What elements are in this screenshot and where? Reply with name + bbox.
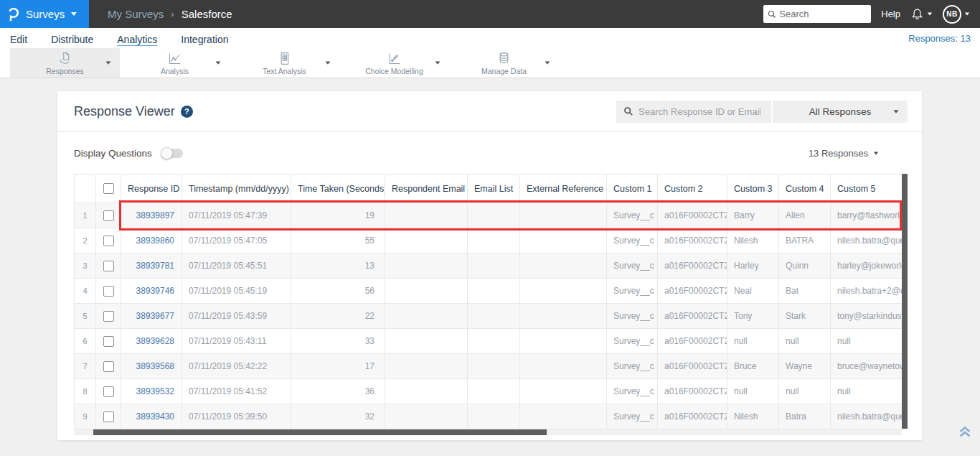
- tab-analytics[interactable]: Analytics: [117, 32, 157, 45]
- tab-edit[interactable]: Edit: [10, 32, 27, 45]
- toolbar-item-manage-data[interactable]: Manage Data: [449, 48, 559, 78]
- column-header[interactable]: External Reference: [520, 175, 607, 203]
- card-header: Response Viewer ? All Responses: [57, 91, 922, 132]
- row-number: 4: [75, 279, 96, 304]
- time-taken-cell: 33: [291, 329, 385, 354]
- row-checkbox[interactable]: [103, 361, 114, 372]
- response-id-cell[interactable]: 38939677: [121, 304, 182, 329]
- external-reference-cell: [520, 354, 607, 379]
- filter-label: All Responses: [809, 106, 871, 117]
- toolbar-item-label: Text Analysis: [263, 67, 306, 75]
- select-all-checkbox[interactable]: [103, 183, 114, 194]
- custom5-cell: null: [831, 379, 903, 404]
- toolbar-item-label: Manage Data: [481, 67, 527, 75]
- response-id-cell[interactable]: 38939568: [121, 354, 182, 379]
- row-checkbox[interactable]: [103, 336, 114, 347]
- custom4-cell: null: [779, 379, 831, 404]
- help-icon[interactable]: ?: [181, 106, 193, 118]
- notifications-menu[interactable]: [910, 7, 933, 21]
- column-header[interactable]: Email List: [468, 175, 520, 203]
- response-id-cell[interactable]: 38939746: [121, 279, 182, 304]
- row-checkbox[interactable]: [103, 311, 114, 322]
- toolbar-item-label: Responses: [46, 67, 84, 75]
- time-taken-cell: 36: [291, 379, 385, 404]
- responses-count-link[interactable]: Responses: 13: [908, 33, 980, 44]
- horizontal-scrollbar-thumb[interactable]: [93, 429, 547, 435]
- response-id-cell[interactable]: 38939628: [121, 329, 182, 354]
- row-number: 2: [75, 228, 96, 253]
- respondent-email-cell: [385, 253, 468, 279]
- response-search-input[interactable]: [639, 106, 760, 117]
- row-checkbox[interactable]: [103, 261, 114, 271]
- row-checkbox[interactable]: [103, 286, 114, 297]
- checkbox-cell: [96, 304, 121, 329]
- chevron-down-icon[interactable]: [106, 61, 111, 64]
- display-questions-toggle[interactable]: [161, 149, 183, 158]
- tab-integration[interactable]: Integration: [181, 32, 228, 45]
- chevron-down-icon[interactable]: [545, 61, 550, 64]
- column-header[interactable]: Respondent Email: [385, 175, 468, 203]
- column-header[interactable]: Custom 2: [658, 175, 727, 203]
- response-id-cell[interactable]: 38939430: [121, 404, 182, 429]
- surveys-app-menu[interactable]: Surveys: [0, 0, 89, 28]
- response-id-cell[interactable]: 38939532: [121, 379, 182, 404]
- horizontal-scrollbar[interactable]: [74, 429, 902, 435]
- chevron-down-icon[interactable]: [435, 61, 440, 64]
- column-header[interactable]: Timestamp (mm/dd/yyyy): [182, 175, 291, 203]
- chevron-down-icon: [928, 13, 932, 16]
- column-header[interactable]: Custom 5: [831, 175, 903, 203]
- toolbar-item-responses[interactable]: Responses: [10, 48, 120, 78]
- external-reference-cell: [520, 304, 607, 329]
- analytics-toolbar: Responses Analysis Text Analysis Choice …: [0, 48, 980, 78]
- external-reference-cell: [520, 329, 607, 354]
- chevron-down-icon[interactable]: [216, 61, 221, 64]
- global-search-input[interactable]: [779, 9, 858, 19]
- row-checkbox[interactable]: [103, 386, 114, 397]
- vertical-scrollbar-thumb[interactable]: [902, 174, 908, 429]
- hand-document-icon: [57, 51, 72, 66]
- column-header[interactable]: Time Taken (Seconds): [291, 175, 385, 203]
- timestamp-cell: 07/11/2019 05:39:50: [182, 404, 291, 429]
- custom4-cell: Allen: [779, 203, 831, 228]
- custom3-cell: Tony: [727, 304, 779, 329]
- custom5-cell: null: [831, 329, 903, 354]
- column-header[interactable]: Custom 1: [607, 175, 658, 203]
- responses-count-dropdown[interactable]: 13 Responses: [809, 148, 879, 159]
- response-id-cell[interactable]: 38939781: [121, 253, 182, 279]
- toolbar-item-text-analysis[interactable]: Text Analysis: [230, 48, 339, 78]
- row-checkbox[interactable]: [103, 411, 114, 422]
- timestamp-cell: 07/11/2019 05:45:19: [182, 279, 291, 304]
- select-all-cell: [96, 175, 121, 203]
- response-id-cell[interactable]: 38939897: [121, 203, 182, 228]
- vertical-scrollbar[interactable]: [902, 174, 908, 429]
- user-account-menu[interactable]: NB: [943, 5, 970, 24]
- scroll-to-top-button[interactable]: [957, 424, 973, 442]
- toolbar-item-analysis[interactable]: Analysis: [120, 48, 230, 78]
- custom1-cell: Survey__c: [607, 404, 658, 429]
- search-icon: [768, 10, 776, 19]
- card-header-right: All Responses: [616, 101, 908, 123]
- column-header[interactable]: Custom 4: [779, 175, 831, 203]
- checkbox-cell: [96, 203, 121, 228]
- row-checkbox[interactable]: [103, 210, 114, 221]
- display-questions-label: Display Questions: [74, 148, 152, 159]
- help-link[interactable]: Help: [881, 9, 900, 19]
- response-id-cell[interactable]: 38939860: [121, 228, 182, 253]
- checkbox-cell: [96, 354, 121, 379]
- column-header[interactable]: Custom 3: [727, 175, 779, 203]
- column-header[interactable]: Response ID: [121, 175, 182, 203]
- custom4-cell: BATRA: [779, 228, 831, 253]
- database-icon: [496, 51, 512, 66]
- toolbar-item-choice-modelling[interactable]: Choice Modelling: [339, 48, 449, 78]
- response-search[interactable]: [616, 101, 771, 123]
- row-checkbox[interactable]: [103, 236, 114, 246]
- response-filter-dropdown[interactable]: All Responses: [773, 101, 908, 123]
- chevron-down-icon[interactable]: [326, 61, 331, 64]
- tab-distribute[interactable]: Distribute: [51, 32, 93, 45]
- custom1-cell: Survey__c: [607, 228, 658, 253]
- breadcrumb-my-surveys[interactable]: My Surveys: [108, 8, 164, 20]
- global-search[interactable]: [763, 5, 871, 23]
- email-list-cell: [468, 203, 520, 228]
- custom3-cell: null: [727, 329, 779, 354]
- avatar: NB: [943, 5, 961, 24]
